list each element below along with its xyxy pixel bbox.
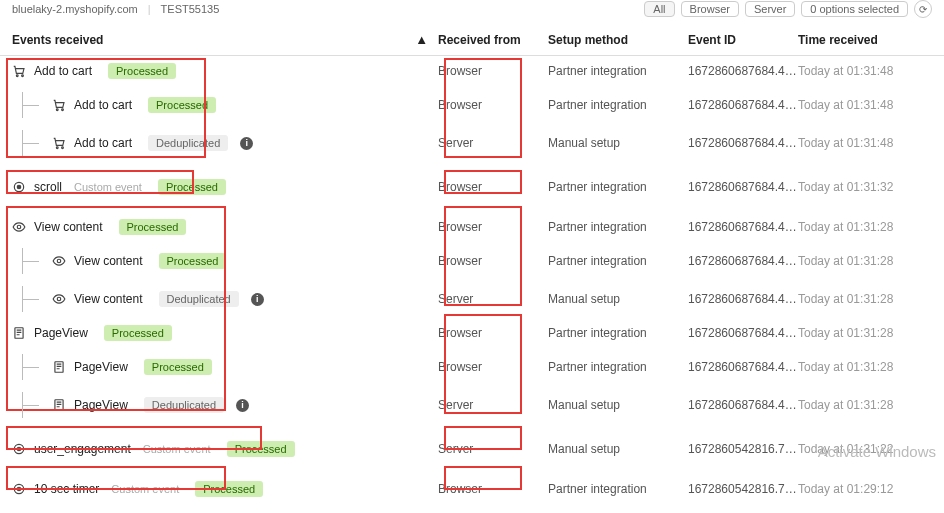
deduplicated-badge: Deduplicated (148, 135, 228, 151)
time-received: Today at 01:31:28 (798, 292, 932, 306)
header-events: Events received ▲ (12, 32, 438, 47)
time-received: Today at 01:31:28 (798, 398, 932, 412)
event-id: 1672860687684.49… (688, 98, 798, 112)
target-icon (12, 180, 26, 194)
header-setup: Setup method (548, 33, 688, 47)
received-from: Server (438, 292, 548, 306)
deduplicated-badge: Deduplicated (144, 397, 224, 413)
event-id: 1672860687684.49… (688, 220, 798, 234)
setup-method: Partner integration (548, 180, 688, 194)
event-name: View content (74, 254, 143, 268)
setup-method: Partner integration (548, 360, 688, 374)
received-from: Server (438, 136, 548, 150)
received-from: Browser (438, 64, 548, 78)
info-icon[interactable]: i (236, 399, 249, 412)
cart-icon (12, 64, 26, 78)
event-id: 1672860687684.49… (688, 64, 798, 78)
event-row[interactable]: Add to cartProcessedBrowserPartner integ… (0, 56, 944, 86)
setup-method: Manual setup (548, 136, 688, 150)
svg-point-15 (17, 447, 21, 451)
eye-icon (52, 254, 66, 268)
event-id: 1672860687684.49… (688, 398, 798, 412)
event-name: PageView (34, 326, 88, 340)
event-row[interactable]: 10 sec timerCustom eventProcessedBrowser… (0, 474, 944, 504)
event-name: Add to cart (74, 136, 132, 150)
top-bar: bluelaky-2.myshopify.com | TEST55135 All… (0, 0, 944, 18)
svg-point-0 (16, 75, 18, 77)
time-received: Today at 01:31:48 (798, 98, 932, 112)
event-id: 1672860687684.49… (688, 360, 798, 374)
options-dropdown[interactable]: 0 options selected (801, 1, 908, 17)
event-id: 1672860687684.49… (688, 292, 798, 306)
setup-method: Partner integration (548, 326, 688, 340)
processed-badge: Processed (148, 97, 216, 113)
event-id: 1672860687684.49… (688, 326, 798, 340)
event-name: user_engagement (34, 442, 131, 456)
filter-server[interactable]: Server (745, 1, 795, 17)
processed-badge: Processed (158, 179, 226, 195)
custom-event-label: Custom event (111, 483, 179, 495)
svg-point-1 (22, 75, 24, 77)
event-row[interactable]: View contentDeduplicatediServerManual se… (0, 280, 944, 318)
time-received: Today at 01:31:48 (798, 136, 932, 150)
event-name: PageView (74, 360, 128, 374)
event-id: 1672860687684.49… (688, 180, 798, 194)
svg-point-3 (62, 109, 64, 111)
time-received: Today at 01:31:28 (798, 326, 932, 340)
event-name: Add to cart (74, 98, 132, 112)
event-row[interactable]: Add to cartDeduplicatediServerManual set… (0, 124, 944, 162)
event-row[interactable]: scrollCustom eventProcessedBrowserPartne… (0, 172, 944, 202)
received-from: Browser (438, 482, 548, 496)
event-id: 1672860542816.70… (688, 442, 798, 456)
received-from: Browser (438, 254, 548, 268)
event-row[interactable]: PageViewDeduplicatediServerManual setup1… (0, 386, 944, 424)
time-received: Today at 01:31:48 (798, 64, 932, 78)
domain-text: bluelaky-2.myshopify.com (12, 3, 138, 15)
time-received: Today at 01:31:32 (798, 180, 932, 194)
setup-method: Manual setup (548, 442, 688, 456)
svg-point-17 (17, 487, 21, 491)
processed-badge: Processed (144, 359, 212, 375)
svg-point-2 (56, 109, 58, 111)
table-header: Events received ▲ Received from Setup me… (0, 24, 944, 56)
setup-method: Partner integration (548, 98, 688, 112)
event-id: 1672860687684.49… (688, 136, 798, 150)
svg-point-9 (57, 259, 61, 263)
setup-method: Partner integration (548, 220, 688, 234)
info-icon[interactable]: i (240, 137, 253, 150)
setup-method: Partner integration (548, 254, 688, 268)
info-icon[interactable]: i (251, 293, 264, 306)
custom-event-label: Custom event (74, 181, 142, 193)
setup-method: Partner integration (548, 64, 688, 78)
processed-badge: Processed (195, 481, 263, 497)
event-row[interactable]: PageViewProcessedBrowserPartner integrat… (0, 318, 944, 348)
svg-point-10 (57, 297, 61, 301)
refresh-button[interactable]: ⟳ (914, 0, 932, 18)
page-icon (52, 398, 66, 412)
time-received: Today at 01:31:22 (798, 442, 932, 456)
eye-icon (52, 292, 66, 306)
test-id-text: TEST55135 (161, 3, 220, 15)
processed-badge: Processed (104, 325, 172, 341)
filter-browser[interactable]: Browser (681, 1, 739, 17)
event-name: Add to cart (34, 64, 92, 78)
event-row[interactable]: user_engagementCustom eventProcessedServ… (0, 434, 944, 464)
event-row[interactable]: Add to cartProcessedBrowserPartner integ… (0, 86, 944, 124)
time-received: Today at 01:31:28 (798, 220, 932, 234)
time-received: Today at 01:31:28 (798, 254, 932, 268)
warning-icon[interactable]: ▲ (415, 32, 428, 47)
received-from: Browser (438, 98, 548, 112)
header-event-id: Event ID (688, 33, 798, 47)
filter-all[interactable]: All (644, 1, 674, 17)
processed-badge: Processed (108, 63, 176, 79)
svg-point-7 (17, 185, 21, 189)
event-row[interactable]: View contentProcessedBrowserPartner inte… (0, 242, 944, 280)
event-row[interactable]: PageViewProcessedBrowserPartner integrat… (0, 348, 944, 386)
event-id: 1672860542816.70… (688, 482, 798, 496)
divider: | (148, 3, 151, 15)
received-from: Browser (438, 220, 548, 234)
deduplicated-badge: Deduplicated (159, 291, 239, 307)
event-row[interactable]: View contentProcessedBrowserPartner inte… (0, 212, 944, 242)
eye-icon (12, 220, 26, 234)
cart-icon (52, 136, 66, 150)
